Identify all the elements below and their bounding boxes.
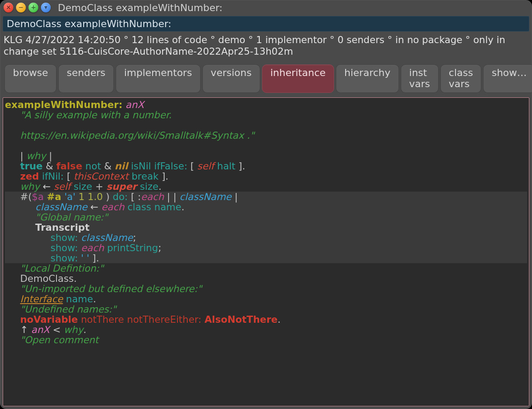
toolbar-instvars[interactable]: inst vars	[401, 64, 439, 93]
self: self	[197, 160, 214, 172]
close-button[interactable]: ×	[4, 3, 13, 12]
return: ↑	[20, 324, 31, 335]
block-arg: each	[141, 191, 164, 202]
undefined-var: zed	[20, 171, 39, 182]
self: self	[54, 181, 71, 192]
assign: ←	[40, 181, 54, 192]
class-ref: DemoClass	[20, 273, 73, 284]
comment: https://en.wikipedia.org/wiki/Smalltalk#…	[20, 130, 254, 141]
block-temp: className	[180, 191, 232, 202]
zoom-button[interactable]: +	[28, 3, 38, 12]
external-ref: Interface	[20, 293, 63, 305]
toolbar-inheritance[interactable]: inheritance	[262, 64, 334, 93]
super: super	[106, 181, 137, 192]
toolbar-show[interactable]: show…	[483, 64, 532, 93]
toolbar-browse[interactable]: browse	[4, 64, 56, 93]
literal-true: true	[20, 160, 43, 172]
literal-false: false	[56, 160, 82, 172]
block-arg: each	[101, 201, 125, 213]
method-meta-info: KLG 4/27/2022 14:20:50 ° 12 lines of cod…	[3, 34, 529, 57]
window-title: DemoClass exampleWithNumber:	[58, 2, 222, 13]
temp-var: why	[20, 181, 40, 192]
method-selector: exampleWithNumber:	[5, 99, 122, 110]
block-arg: each	[81, 242, 104, 253]
method-arg: anX	[31, 324, 50, 335]
temp-var: why	[64, 324, 83, 335]
comment: "Global name:"	[35, 212, 108, 223]
global: Transcript	[35, 222, 89, 233]
chevron-down-icon: ▾	[44, 4, 47, 11]
assign: ←	[87, 201, 101, 213]
toolbar-implementors[interactable]: implementors	[116, 64, 201, 93]
thiscontext: thisContext	[73, 171, 128, 182]
comment: "A silly example with a number.	[20, 109, 172, 120]
method-browser-window: × − + ▾ DemoClass exampleWithNumber: Dem…	[0, 0, 532, 409]
comment: "Local Defintion:"	[20, 263, 104, 274]
minimize-icon: −	[18, 4, 24, 11]
source-code[interactable]: exampleWithNumber: anX "A silly example …	[4, 100, 528, 345]
temp-bar: |	[49, 150, 52, 161]
literal-nil: nil	[115, 160, 128, 172]
undefined-global: AlsoNotThere	[205, 314, 278, 325]
window-menu-button[interactable]: ▾	[41, 3, 51, 12]
comment-open: "Open comment	[20, 334, 98, 345]
toolbar-hierarchy[interactable]: hierarchy	[336, 64, 399, 93]
context-label[interactable]: DemoClass exampleWithNumber:	[3, 16, 529, 32]
toolbar-versions[interactable]: versions	[202, 64, 260, 93]
block-temp: className	[35, 201, 87, 213]
toolbar: browse senders implementors versions inh…	[3, 63, 529, 95]
close-icon: ×	[6, 4, 11, 11]
undefined-var: noVariable	[20, 314, 78, 325]
method-arg: anX	[125, 99, 144, 110]
code-pane[interactable]: exampleWithNumber: anX "A silly example …	[3, 97, 529, 406]
temp-var: why	[23, 150, 49, 161]
comment: "Undefined names:"	[20, 304, 116, 315]
toolbar-senders[interactable]: senders	[58, 64, 114, 93]
highlighted-block: #($a #a 'a' 1 1.0 ) do: [ :each | | clas…	[5, 192, 527, 263]
toolbar-classvars[interactable]: class vars	[440, 64, 482, 93]
zoom-icon: +	[31, 4, 36, 11]
comment: "Un-imported but defined elsewhere:"	[20, 283, 202, 294]
window-titlebar: × − + ▾ DemoClass exampleWithNumber:	[0, 0, 532, 15]
minimize-button[interactable]: −	[16, 3, 26, 12]
block-temp: className	[81, 232, 133, 243]
